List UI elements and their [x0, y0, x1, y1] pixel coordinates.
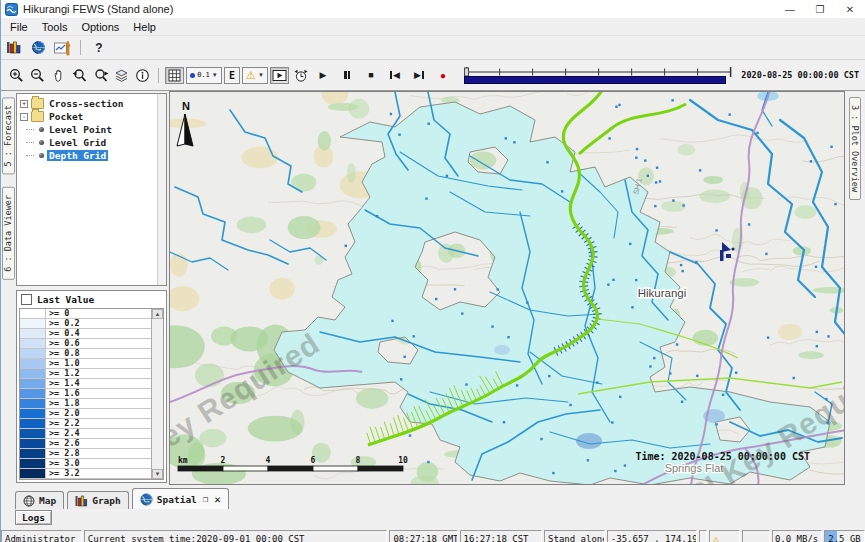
- pan-hand-icon: [51, 68, 66, 83]
- tree-item-level-point[interactable]: Level Point: [17, 123, 166, 136]
- time-slider-handle[interactable]: [465, 68, 469, 76]
- minimize-button[interactable]: —: [775, 0, 805, 18]
- chevron-down-icon: ▼: [212, 72, 218, 78]
- thresholds-dropdown[interactable]: ⚠ ▼: [242, 67, 268, 84]
- tab-plot-overview[interactable]: 3 : Plot Overview: [849, 97, 861, 200]
- status-warning[interactable]: ⚠: [709, 530, 741, 542]
- timeseries-dialog-button[interactable]: [52, 38, 72, 57]
- clock-step-icon: [293, 68, 309, 83]
- tree-item-depth-grid[interactable]: Depth Grid: [17, 149, 166, 162]
- status-memory[interactable]: 2.5 GB: [824, 530, 865, 542]
- globe-icon: [140, 493, 153, 506]
- map-viewport[interactable]: Hikurangi Springs Flat SH 1 N km246810 T…: [169, 91, 845, 485]
- status-gmt-time: 08:27:18 GMT: [389, 530, 457, 542]
- legend-label: >= 0.8: [46, 349, 80, 358]
- legend-swatch: [20, 449, 46, 458]
- tab-forecast[interactable]: 5 : Forecast: [2, 97, 15, 174]
- tab-spatial[interactable]: Spatial ❐ ✕: [132, 488, 229, 509]
- scroll-up-icon[interactable]: ▲: [152, 309, 163, 319]
- tree-item-cross-section[interactable]: +Cross-section: [17, 97, 166, 110]
- pause-button[interactable]: [336, 66, 358, 85]
- wire-globe-icon: [23, 495, 35, 507]
- last-value-label: Last Value: [37, 294, 94, 305]
- tab-map[interactable]: Map: [15, 491, 64, 509]
- time-settings-button[interactable]: [291, 66, 310, 85]
- tree-item-label: Depth Grid: [47, 150, 108, 161]
- map-canvas[interactable]: Hikurangi Springs Flat SH 1 N km246810 T…: [170, 92, 845, 485]
- legend-scrollbar[interactable]: ▲ ▼: [151, 309, 163, 479]
- tree-scrollbar[interactable]: [157, 94, 166, 285]
- tree-item-label: Level Point: [47, 124, 114, 135]
- logs-button[interactable]: Logs: [15, 510, 52, 525]
- next-zoom-button[interactable]: [91, 66, 110, 85]
- svg-text:8: 8: [356, 456, 361, 465]
- warning-triangle-icon: ⚠: [713, 534, 719, 542]
- svg-text:10: 10: [398, 456, 408, 465]
- menu-file[interactable]: File: [3, 20, 35, 34]
- time-slider[interactable]: [464, 63, 733, 87]
- info-button[interactable]: [133, 66, 152, 85]
- database-explorer-button[interactable]: [4, 38, 24, 57]
- legend-swatch: [20, 459, 46, 468]
- record-button[interactable]: ●: [432, 66, 454, 85]
- legend-panel: Last Value >= 0>= 0.2>= 0.4>= 0.6>= 0.8>…: [16, 290, 167, 483]
- marker-dot-icon: [190, 73, 195, 78]
- globe-icon: [31, 40, 46, 55]
- zoom-in-button[interactable]: [7, 66, 26, 85]
- status-spacer: [699, 530, 707, 542]
- status-bar: Administrator Current system time:2020-0…: [1, 529, 865, 542]
- last-frame-button[interactable]: ▶: [408, 66, 430, 85]
- svg-text:4: 4: [266, 456, 271, 465]
- legend-row: >= 1.2: [20, 369, 163, 379]
- stop-button[interactable]: ■: [360, 66, 382, 85]
- status-user: Administrator: [1, 530, 82, 542]
- legend-row: >= 0: [20, 309, 163, 319]
- bullet-icon: [39, 153, 44, 158]
- zoom-next-icon: [93, 68, 109, 83]
- last-value-checkbox[interactable]: [21, 294, 32, 305]
- labels-toggle[interactable]: E: [224, 67, 240, 84]
- tree-item-level-grid[interactable]: Level Grid: [17, 136, 166, 149]
- legend-label: >= 1.0: [46, 359, 80, 368]
- zoom-out-button[interactable]: [28, 66, 47, 85]
- legend-swatch: [20, 429, 46, 438]
- tree-item-pocket[interactable]: -Pocket: [17, 110, 166, 123]
- tree-toggle-icon[interactable]: -: [20, 113, 28, 121]
- tree-connector: [26, 129, 34, 130]
- legend-swatch: [20, 379, 46, 388]
- app-icon: [5, 3, 18, 16]
- map-display-button[interactable]: [28, 38, 48, 57]
- legend-row: >= 1.6: [20, 389, 163, 399]
- chevron-down-icon: ▼: [258, 72, 264, 78]
- tab-data-viewer[interactable]: 6 : Data Viewer: [2, 187, 15, 280]
- grid-display-toggle[interactable]: [165, 67, 184, 84]
- play-button[interactable]: ▶: [312, 66, 334, 85]
- help-button[interactable]: ?: [89, 38, 109, 57]
- menu-tools[interactable]: Tools: [35, 20, 75, 34]
- first-frame-button[interactable]: ◀: [384, 66, 406, 85]
- tree-toggle-icon[interactable]: +: [20, 100, 28, 108]
- tab-graph[interactable]: Graph: [67, 491, 129, 509]
- menu-options[interactable]: Options: [74, 20, 126, 34]
- legend-label: >= 0: [46, 309, 69, 318]
- folder-icon: [31, 98, 44, 109]
- svg-text:N: N: [182, 100, 190, 112]
- info-icon: [135, 68, 150, 83]
- marker-size-dropdown[interactable]: 0.1 ▼: [186, 67, 222, 84]
- tab-maximize-icon[interactable]: ❐: [203, 494, 208, 504]
- previous-zoom-button[interactable]: [70, 66, 89, 85]
- menu-help[interactable]: Help: [126, 20, 163, 34]
- close-button[interactable]: ✕: [835, 0, 865, 18]
- pan-button[interactable]: [49, 66, 68, 85]
- left-tab-strip: 5 : Forecast 6 : Data Viewer: [1, 91, 15, 485]
- scroll-down-icon[interactable]: ▼: [152, 469, 163, 479]
- legend-row: >= 3.0: [20, 459, 163, 469]
- tab-close-icon[interactable]: ✕: [214, 493, 221, 506]
- marker-size-value: 0.1: [197, 71, 210, 79]
- legend-swatch: [20, 319, 46, 328]
- maximize-button[interactable]: ❐: [805, 0, 835, 18]
- bullet-icon: [39, 140, 44, 145]
- layers-button[interactable]: [112, 66, 131, 85]
- animation-toggle[interactable]: [270, 67, 289, 84]
- legend-swatch: [20, 329, 46, 338]
